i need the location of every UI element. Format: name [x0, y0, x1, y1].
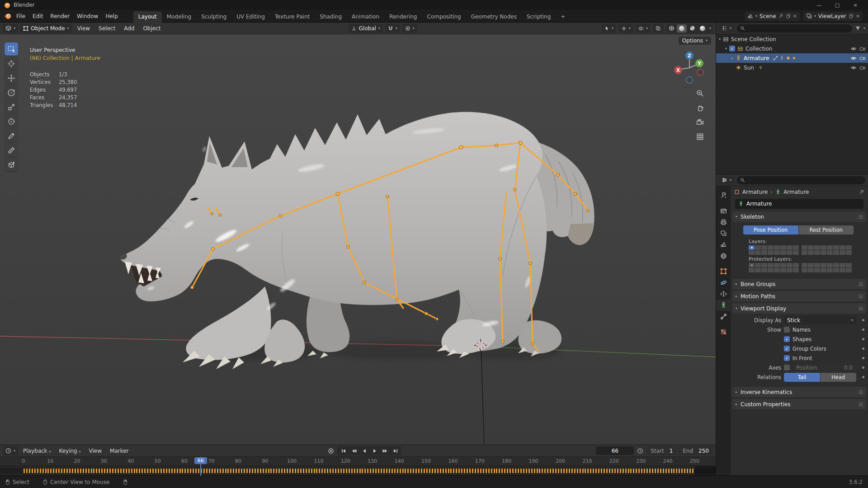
layer-cell[interactable]	[755, 245, 761, 250]
gizmos-toggle[interactable]: ▾	[618, 24, 633, 33]
layer-cell[interactable]	[814, 250, 820, 255]
tool-annotate[interactable]	[5, 129, 18, 142]
layer-cell[interactable]	[761, 263, 767, 267]
tab-rendering[interactable]: Rendering	[384, 11, 422, 23]
tab-uv-editing[interactable]: UV Editing	[231, 11, 270, 23]
layer-cell[interactable]	[774, 268, 780, 272]
frame-start-field[interactable]: Start1	[646, 446, 677, 455]
tab-modeling[interactable]: Modeling	[162, 11, 197, 23]
layer-cell[interactable]	[787, 263, 793, 267]
tab-compositing[interactable]: Compositing	[422, 11, 466, 23]
drag-dots-icon[interactable]	[859, 306, 863, 310]
layer-cell[interactable]	[840, 245, 845, 250]
section-viewport-display[interactable]: ▾ Viewport Display	[732, 303, 866, 314]
outliner-row-collection[interactable]: ▾ Collection	[716, 44, 868, 53]
layer-cell[interactable]	[821, 263, 826, 267]
layer-cell[interactable]	[833, 268, 839, 272]
expander-icon[interactable]: ▾	[725, 47, 727, 51]
tool-transform[interactable]	[5, 115, 18, 128]
tab-physics[interactable]	[716, 277, 731, 288]
tab-output[interactable]	[716, 216, 731, 228]
layer-cell[interactable]	[749, 250, 755, 255]
timeline-ruler[interactable]: 0102030405060708090100110120130140150160…	[0, 457, 716, 466]
filter-icon[interactable]	[855, 25, 861, 31]
breadcrumb-data[interactable]: Armature	[783, 189, 809, 195]
tab-bone[interactable]	[716, 311, 731, 322]
layer-cell[interactable]	[768, 268, 774, 272]
transform-orientation-selector[interactable]: Global ▾	[349, 24, 383, 33]
layer-cell[interactable]	[768, 263, 774, 267]
tab-object-data[interactable]	[716, 300, 731, 311]
viewlayer-selector[interactable]: ▾ ViewLayer ×	[803, 12, 863, 21]
play-button[interactable]	[370, 447, 379, 455]
axis-y[interactable]: Y	[695, 59, 703, 67]
tab-layout[interactable]: Layout	[133, 11, 162, 23]
outliner-item-label[interactable]: Armature	[744, 55, 769, 61]
maximize-button[interactable]: □	[828, 2, 846, 8]
layer-cell[interactable]	[761, 250, 767, 255]
scene-name[interactable]: Scene	[760, 13, 776, 19]
auto-keying-button[interactable]	[326, 447, 335, 455]
outliner-row-sun[interactable]: ▸ Sun	[716, 63, 868, 72]
options-button[interactable]: Options ▾	[679, 37, 711, 45]
playhead-frame-badge[interactable]: 66	[194, 457, 207, 464]
keyframe-strip[interactable]	[0, 466, 716, 476]
tool-rotate[interactable]	[5, 86, 18, 99]
menu-select[interactable]: Select	[95, 24, 118, 33]
wolf-model[interactable]	[119, 112, 594, 369]
layer-cell[interactable]	[846, 250, 852, 255]
layer-cell[interactable]	[821, 250, 826, 255]
layer-cell[interactable]	[761, 245, 767, 250]
shading-material-button[interactable]	[687, 24, 697, 33]
tab-geometry-nodes[interactable]: Geometry Nodes	[466, 11, 522, 23]
drag-dots-icon[interactable]	[859, 215, 863, 219]
layer-cell[interactable]	[755, 268, 761, 272]
pin-icon[interactable]	[859, 189, 864, 195]
camera-icon[interactable]	[859, 65, 865, 70]
rest-position-button[interactable]: Rest Position	[799, 225, 854, 235]
snapping-toggle[interactable]: ▾	[385, 24, 400, 33]
tool-cursor[interactable]	[5, 57, 18, 70]
layer-cell[interactable]	[808, 263, 814, 267]
menu-render[interactable]: Render	[47, 11, 73, 22]
layer-cell[interactable]	[846, 268, 852, 272]
layer-cell[interactable]	[802, 268, 807, 272]
properties-search-input[interactable]	[747, 178, 862, 183]
animate-dot-icon[interactable]	[862, 338, 864, 340]
in-front-checkbox[interactable]	[784, 355, 790, 361]
layer-cell[interactable]	[793, 245, 799, 250]
outliner-editor-type-button[interactable]: ▾	[719, 24, 734, 33]
display-as-dropdown[interactable]: Stick ▾	[784, 316, 856, 324]
properties-editor-type-button[interactable]: ▾	[719, 176, 734, 185]
section-skeleton[interactable]: ▾ Skeleton	[732, 211, 866, 222]
viewport-canvas[interactable]: User Perspective (66) Collection | Armat…	[0, 34, 716, 445]
mode-selector[interactable]: Object Mode ▾	[20, 24, 72, 33]
jump-to-end-button[interactable]	[391, 447, 400, 455]
section-motion-paths[interactable]: ▸ Motion Paths	[732, 291, 866, 301]
selectability-visibility-button[interactable]: ▾	[602, 24, 616, 33]
layer-cell[interactable]	[755, 250, 761, 255]
tab-constraints[interactable]	[716, 288, 731, 300]
layer-cell[interactable]	[846, 245, 852, 250]
new-viewlayer-icon[interactable]	[849, 14, 854, 19]
menu-edit[interactable]: Edit	[29, 11, 47, 22]
animate-dot-icon[interactable]	[862, 366, 864, 369]
layer-cell[interactable]	[780, 263, 786, 267]
scene-browse-icon[interactable]	[747, 13, 753, 19]
tab-sculpting[interactable]: Sculpting	[196, 11, 231, 23]
camera-icon[interactable]	[859, 46, 865, 52]
remove-viewlayer-icon[interactable]: ×	[856, 13, 860, 19]
eye-icon[interactable]	[850, 46, 857, 52]
axis-z[interactable]: Z	[685, 52, 693, 60]
camera-view-icon[interactable]	[696, 118, 704, 126]
eye-icon[interactable]	[850, 55, 857, 61]
layer-cell[interactable]	[821, 268, 826, 272]
shading-solid-button[interactable]	[677, 24, 687, 33]
collection-checkbox[interactable]	[729, 46, 735, 52]
layer-cell[interactable]	[808, 245, 814, 250]
layer-cell[interactable]	[774, 245, 780, 250]
layer-cell[interactable]	[793, 268, 799, 272]
axes-position-field[interactable]: Position 0.0	[793, 363, 856, 372]
jump-to-start-button[interactable]	[339, 447, 348, 455]
layer-cell[interactable]	[749, 268, 755, 272]
